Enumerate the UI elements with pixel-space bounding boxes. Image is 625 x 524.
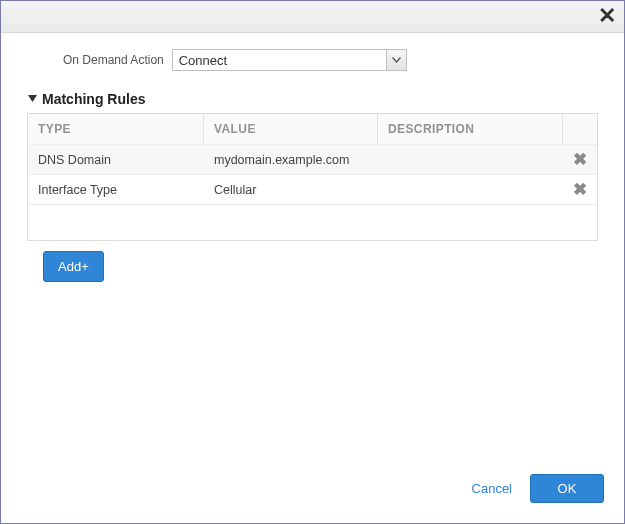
close-icon[interactable]: ✕	[598, 5, 616, 27]
table-empty-space	[28, 204, 597, 240]
table-row[interactable]: DNS Domain mydomain.example.com ✖	[28, 144, 597, 174]
matching-rules-header[interactable]: Matching Rules	[27, 91, 598, 107]
dialog-footer: Cancel OK	[1, 462, 624, 523]
matching-rules-table: TYPE VALUE DESCRIPTION DNS Domain mydoma…	[27, 113, 598, 241]
chevron-down-icon[interactable]	[386, 50, 406, 70]
cell-type: DNS Domain	[28, 147, 204, 173]
disclosure-triangle-icon	[27, 91, 38, 107]
on-demand-action-select[interactable]: Connect	[172, 49, 407, 71]
column-value: VALUE	[204, 114, 378, 144]
column-actions	[563, 114, 597, 144]
column-description: DESCRIPTION	[378, 114, 563, 144]
column-type: TYPE	[28, 114, 204, 144]
cell-description	[378, 184, 563, 196]
cell-description	[378, 154, 563, 166]
on-demand-action-label: On Demand Action	[63, 53, 164, 67]
on-demand-action-value: Connect	[173, 50, 386, 70]
delete-icon[interactable]: ✖	[563, 149, 597, 170]
add-button[interactable]: Add+	[43, 251, 104, 282]
dialog-content: On Demand Action Connect Matching Rules …	[1, 33, 624, 462]
table-row[interactable]: Interface Type Cellular ✖	[28, 174, 597, 204]
cell-type: Interface Type	[28, 177, 204, 203]
on-demand-action-row: On Demand Action Connect	[63, 49, 598, 71]
delete-icon[interactable]: ✖	[563, 179, 597, 200]
ok-button[interactable]: OK	[530, 474, 604, 503]
dialog: ✕ On Demand Action Connect Matching Rule…	[0, 0, 625, 524]
cell-value: Cellular	[204, 177, 378, 203]
matching-rules-title: Matching Rules	[42, 91, 145, 107]
dialog-titlebar: ✕	[1, 1, 624, 33]
cancel-button[interactable]: Cancel	[472, 481, 512, 496]
table-header: TYPE VALUE DESCRIPTION	[28, 114, 597, 144]
cell-value: mydomain.example.com	[204, 147, 378, 173]
